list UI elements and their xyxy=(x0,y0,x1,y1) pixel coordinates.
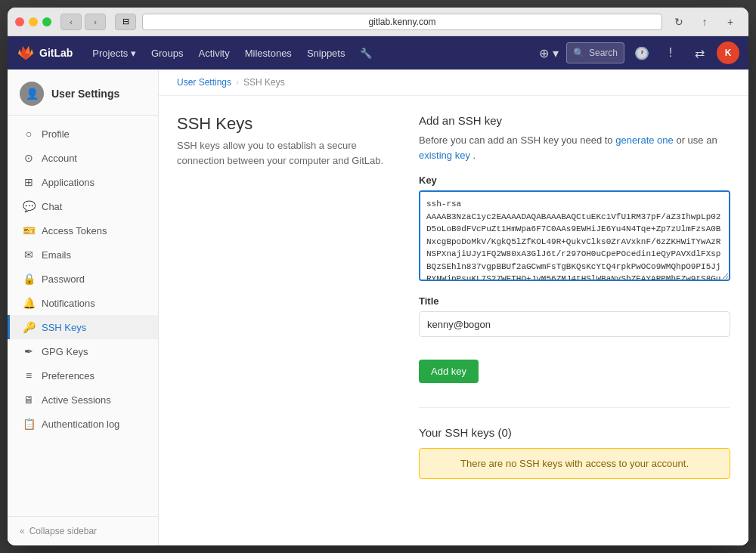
your-keys-title: Your SSH keys (0) xyxy=(419,426,730,439)
sidebar-label-access-tokens: Access Tokens xyxy=(42,225,107,236)
sidebar-item-access-tokens[interactable]: 🎫 Access Tokens xyxy=(8,218,158,243)
collapse-sidebar-button[interactable]: « Collapse sidebar xyxy=(8,516,158,545)
active-sessions-icon: 🖥 xyxy=(22,394,36,406)
sidebar-label-notifications: Notifications xyxy=(42,298,95,309)
main-window: ‹ › ⊟ gitlab.kenny.com ↻ ↑ + GitLa xyxy=(8,8,748,545)
chat-icon: 💬 xyxy=(22,200,36,212)
nav-groups[interactable]: Groups xyxy=(144,36,191,70)
breadcrumb-current: SSH Keys xyxy=(243,77,285,88)
sidebar-item-profile[interactable]: ○ Profile xyxy=(8,122,158,146)
nav-milestones[interactable]: Milestones xyxy=(237,36,299,70)
no-keys-notice: There are no SSH keys with access to you… xyxy=(419,448,730,479)
sidebar-label-profile: Profile xyxy=(42,128,70,140)
sidebar-item-ssh-keys[interactable]: 🔑 SSH Keys xyxy=(8,315,158,339)
right-column: Add an SSH key Before you can add an SSH… xyxy=(419,114,730,479)
nav-projects[interactable]: Projects ▾ xyxy=(85,36,144,70)
nav-activity[interactable]: Activity xyxy=(191,36,237,70)
access-tokens-icon: 🎫 xyxy=(22,224,36,236)
collapse-icon: « xyxy=(20,526,25,536)
key-label: Key xyxy=(419,175,730,186)
sidebar-label-chat: Chat xyxy=(42,201,62,212)
add-desc-after: . xyxy=(473,150,476,161)
sidebar-label-password: Password xyxy=(42,273,85,285)
existing-key-link[interactable]: existing key xyxy=(419,150,470,161)
gitlab-logo[interactable]: GitLab xyxy=(17,44,73,62)
sidebar-item-active-sessions[interactable]: 🖥 Active Sessions xyxy=(8,388,158,412)
sidebar-item-auth-log[interactable]: 📋 Authentication log xyxy=(8,412,158,436)
sidebar-item-gpg-keys[interactable]: ✒ GPG Keys xyxy=(8,339,158,363)
sidebar-item-password[interactable]: 🔒 Password xyxy=(8,267,158,291)
nav-snippets[interactable]: Snippets xyxy=(299,36,353,70)
sidebar-nav: ○ Profile ⊙ Account ⊞ Applications 💬 Cha… xyxy=(8,116,158,442)
two-column-layout: SSH Keys SSH keys allow you to establish… xyxy=(177,114,730,479)
address-bar[interactable]: gitlab.kenny.com xyxy=(142,14,662,30)
account-icon: ⊙ xyxy=(22,152,36,164)
sidebar-label-gpg-keys: GPG Keys xyxy=(42,346,88,357)
gitlab-logo-icon xyxy=(17,44,35,62)
search-text: Search xyxy=(589,48,618,58)
tab-view-button[interactable]: ⊟ xyxy=(115,14,136,30)
traffic-lights xyxy=(15,17,51,26)
sidebar-item-emails[interactable]: ✉ Emails xyxy=(8,243,158,267)
key-textarea[interactable]: ssh-rsa AAAAB3NzaC1yc2EAAAADAQABAAABAQCt… xyxy=(419,190,730,281)
sidebar-item-preferences[interactable]: ≡ Preferences xyxy=(8,363,158,388)
sidebar-item-account[interactable]: ⊙ Account xyxy=(8,146,158,170)
applications-icon: ⊞ xyxy=(22,176,36,188)
url-text: gitlab.kenny.com xyxy=(368,17,435,27)
sidebar: 👤 User Settings ○ Profile ⊙ Account ⊞ Ap… xyxy=(8,70,159,545)
add-desc-before: Before you can add an SSH key you need t… xyxy=(419,134,613,146)
maximize-button[interactable] xyxy=(42,17,51,26)
title-input[interactable] xyxy=(419,311,730,337)
minimize-button[interactable] xyxy=(29,17,38,26)
nav-plus-button[interactable]: ⊕ ▾ xyxy=(538,42,560,64)
nav-clock-button[interactable]: 🕐 xyxy=(631,42,653,64)
add-ssh-description: Before you can add an SSH key you need t… xyxy=(419,133,730,162)
nav-wrench[interactable]: 🔧 xyxy=(352,36,380,70)
sidebar-label-auth-log: Authentication log xyxy=(42,419,119,430)
auth-log-icon: 📋 xyxy=(22,418,36,430)
password-icon: 🔒 xyxy=(22,273,36,285)
your-keys-section: Your SSH keys (0) There are no SSH keys … xyxy=(419,407,730,479)
breadcrumb-parent[interactable]: User Settings xyxy=(177,77,231,88)
user-avatar[interactable]: K xyxy=(717,42,739,64)
sidebar-item-notifications[interactable]: 🔔 Notifications xyxy=(8,291,158,315)
forward-button[interactable]: › xyxy=(85,14,106,30)
left-column: SSH Keys SSH keys allow you to establish… xyxy=(177,114,389,479)
emails-icon: ✉ xyxy=(22,249,36,261)
sidebar-item-chat[interactable]: 💬 Chat xyxy=(8,194,158,218)
title-form-group: Title xyxy=(419,295,730,348)
generate-link[interactable]: generate one xyxy=(615,134,674,146)
add-ssh-title: Add an SSH key xyxy=(419,114,730,127)
page-title: SSH Keys xyxy=(177,114,389,134)
sidebar-label-ssh-keys: SSH Keys xyxy=(42,322,86,333)
breadcrumb: User Settings › SSH Keys xyxy=(159,70,748,96)
share-button[interactable]: ↑ xyxy=(694,14,715,30)
ssh-keys-icon: 🔑 xyxy=(22,321,36,333)
nav-issues-button[interactable]: ! xyxy=(659,42,682,64)
nav-search[interactable]: 🔍 Search xyxy=(566,42,624,63)
refresh-button[interactable]: ↻ xyxy=(668,14,689,30)
collapse-label: Collapse sidebar xyxy=(29,526,97,536)
gpg-keys-icon: ✒ xyxy=(22,345,36,357)
title-label: Title xyxy=(419,295,730,307)
sidebar-item-applications[interactable]: ⊞ Applications xyxy=(8,170,158,194)
titlebar: ‹ › ⊟ gitlab.kenny.com ↻ ↑ + xyxy=(8,8,748,36)
breadcrumb-separator: › xyxy=(236,77,239,88)
sidebar-label-emails: Emails xyxy=(42,249,71,261)
add-desc-middle: or use an xyxy=(676,134,717,146)
page-description: SSH keys allow you to establish a secure… xyxy=(177,138,389,168)
main-content: User Settings › SSH Keys SSH Keys SSH ke… xyxy=(159,70,748,545)
add-ssh-section: Add an SSH key Before you can add an SSH… xyxy=(419,114,730,383)
app-body: 👤 User Settings ○ Profile ⊙ Account ⊞ Ap… xyxy=(8,70,748,545)
search-icon: 🔍 xyxy=(573,48,584,58)
sidebar-label-preferences: Preferences xyxy=(42,370,94,382)
new-tab-button[interactable]: + xyxy=(720,14,741,30)
gitlab-logo-text: GitLab xyxy=(39,47,73,59)
key-form-group: Key ssh-rsa AAAAB3NzaC1yc2EAAAADAQABAAAB… xyxy=(419,175,730,283)
close-button[interactable] xyxy=(15,17,24,26)
nav-mr-button[interactable]: ⇄ xyxy=(688,42,711,64)
back-button[interactable]: ‹ xyxy=(60,14,82,30)
sidebar-header: 👤 User Settings xyxy=(8,70,158,116)
add-key-button[interactable]: Add key xyxy=(419,360,479,383)
notifications-icon: 🔔 xyxy=(22,297,36,309)
